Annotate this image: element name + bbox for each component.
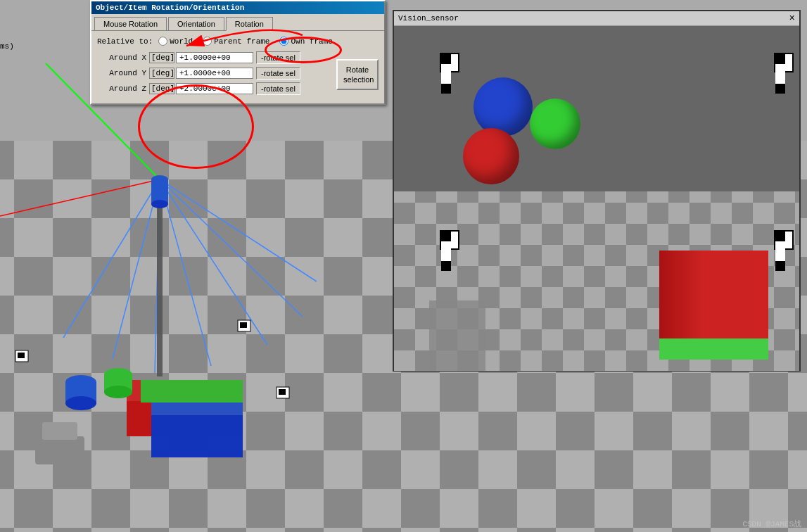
relative-to-label: Relative to: [97, 37, 153, 46]
around-x-unit: [deg] [149, 52, 174, 63]
around-y-input[interactable] [176, 68, 253, 79]
vs-ball-red [463, 128, 519, 184]
around-y-row: Around Y [deg] -rotate sel [97, 67, 332, 80]
around-y-label: Around Y [97, 69, 146, 77]
tab-rotation[interactable]: Rotation [226, 17, 273, 31]
vs-qr-topleft [440, 53, 459, 72]
tab-mouse-rotation[interactable]: Mouse Rotation [94, 17, 167, 30]
tab-orientation[interactable]: Orientation [168, 17, 224, 30]
around-x-input[interactable] [176, 52, 253, 63]
dialog-body: Relative to: World Parent frame Own fram… [91, 31, 384, 103]
own-label: Own frame [291, 37, 332, 46]
vision-sensor-panel: Vision_sensor × [393, 10, 801, 372]
ms-text: ms) [0, 42, 14, 51]
around-z-label: Around Z [97, 84, 146, 93]
vs-qr-bottomleft [440, 230, 459, 250]
vs-ball-green [530, 99, 580, 149]
input-section: Around X [deg] -rotate sel Around Y [deg… [97, 51, 379, 98]
own-radio-label[interactable]: Own frame [279, 37, 332, 46]
around-y-unit: [deg] [149, 68, 174, 79]
dialog-tabs: Mouse Rotation Orientation Rotation [91, 14, 384, 31]
vision-sensor-close-btn[interactable]: × [789, 13, 795, 24]
rotation-dialog: Object/Item Rotation/Orientation Mouse R… [90, 0, 386, 105]
around-z-input[interactable] [176, 83, 253, 94]
around-x-neg-btn[interactable]: -rotate sel [256, 51, 300, 64]
vs-background [394, 26, 799, 191]
vs-green-base [659, 338, 768, 360]
relative-to-row: Relative to: World Parent frame Own fram… [97, 37, 379, 46]
dialog-title-text: Object/Item Rotation/Orientation [96, 4, 244, 12]
vision-sensor-content [394, 26, 799, 371]
vision-sensor-title-text: Vision_sensor [398, 14, 459, 23]
world-label: World [170, 37, 193, 46]
parent-label: Parent frame [214, 37, 269, 46]
own-radio[interactable] [279, 37, 288, 46]
vs-qr-topright [774, 53, 794, 72]
around-z-row: Around Z [deg] -rotate sel [97, 82, 332, 95]
parent-radio[interactable] [203, 37, 212, 46]
world-radio[interactable] [158, 37, 167, 46]
dialog-titlebar: Object/Item Rotation/Orientation [91, 1, 384, 14]
rotate-selection-button[interactable]: Rotate selection [336, 59, 379, 91]
vs-qr-bottomright [774, 230, 794, 250]
around-y-neg-btn[interactable]: -rotate sel [256, 67, 300, 80]
vs-ball-blue [474, 77, 533, 137]
around-x-row: Around X [deg] -rotate sel [97, 51, 332, 64]
around-z-unit: [deg] [149, 83, 174, 94]
vision-sensor-titlebar: Vision_sensor × [394, 11, 799, 26]
world-radio-label[interactable]: World [158, 37, 193, 46]
parent-radio-label[interactable]: Parent frame [203, 37, 269, 46]
input-rows: Around X [deg] -rotate sel Around Y [deg… [97, 51, 332, 98]
watermark: CSDN @JAMES战 [742, 519, 801, 529]
around-x-label: Around X [97, 53, 146, 62]
vs-robot-arm [429, 300, 485, 371]
around-z-neg-btn[interactable]: -rotate sel [256, 82, 300, 95]
